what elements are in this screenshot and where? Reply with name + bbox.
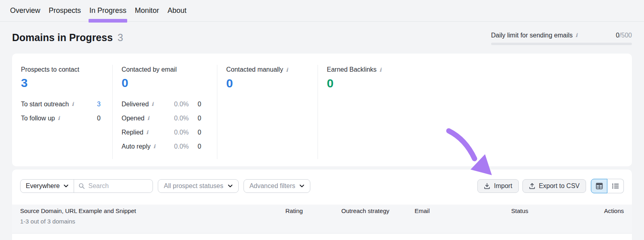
search-scope-dropdown[interactable]: Everywhere <box>21 180 74 192</box>
info-icon[interactable]: i <box>152 100 154 108</box>
table-toolbar: Everywhere All prospect statuses Advance… <box>12 170 632 193</box>
stat-label: Contacted manuallyi <box>226 66 318 74</box>
table-header: Source Domain, URL Example and Snippet R… <box>12 205 632 234</box>
stat-value: 0 <box>122 77 217 89</box>
stat-row-to-start-outreach: To start outreach i 3 <box>21 100 101 108</box>
stat-row-to-follow-up: To follow up i 0 <box>21 114 101 122</box>
stat-row-label: Opened <box>122 114 144 122</box>
daily-limit-value: 0/500 <box>616 31 632 39</box>
tab-label: Monitor <box>135 6 159 15</box>
info-icon[interactable]: i <box>380 66 382 74</box>
stat-label: Prospects to contact <box>21 66 113 73</box>
stat-label: Earned Backlinksi <box>327 66 632 74</box>
stat-contacted-manually: Contacted manuallyi 0 <box>217 54 318 166</box>
info-icon[interactable]: i <box>153 143 155 150</box>
stat-row-label: Delivered <box>122 100 149 108</box>
table-summary: 1-3 out of 3 domains <box>20 218 624 225</box>
search-combo: Everywhere <box>20 179 153 193</box>
column-header-rating: Rating <box>285 207 341 215</box>
stat-row-opened: Opened i 0.0% 0 <box>122 114 201 122</box>
stat-row-value: 0 <box>194 143 201 150</box>
stat-row-auto-reply: Auto reply i 0.0% 0 <box>122 143 201 150</box>
prospect-status-label: All prospect statuses <box>164 182 223 190</box>
list-view-icon <box>612 182 619 190</box>
stats-card: Prospects to contact 3 To start outreach… <box>12 54 632 166</box>
info-icon[interactable]: i <box>286 66 288 74</box>
stat-row-label: To start outreach <box>21 100 69 108</box>
export-csv-label: Export to CSV <box>539 182 580 190</box>
column-header-source-domain: Source Domain, URL Example and Snippet <box>20 207 285 215</box>
stat-row-value: 0 <box>194 128 201 136</box>
page-header: Domains in Progress3 Daily limit for sen… <box>0 22 644 45</box>
stat-row-value: 0 <box>194 114 201 122</box>
info-icon[interactable]: i <box>147 114 149 122</box>
chevron-down-icon <box>228 184 233 188</box>
stat-row-percent: 0.0% <box>170 128 189 136</box>
download-icon <box>484 183 490 189</box>
stat-row-percent: 0.0% <box>170 143 189 150</box>
tab-label: About <box>167 6 186 15</box>
column-header-email: Email <box>415 207 511 215</box>
search-input[interactable] <box>88 182 148 190</box>
stat-contacted-by-email: Contacted by email 0 Delivered i 0.0% 0 … <box>113 54 217 166</box>
daily-limit-progressbar <box>491 43 632 45</box>
stat-row-label: Auto reply <box>122 143 151 150</box>
stat-prospects-to-contact: Prospects to contact 3 To start outreach… <box>12 54 113 166</box>
stat-value: 0 <box>327 77 632 89</box>
view-toggle <box>591 179 624 193</box>
tab-label: Overview <box>10 6 40 15</box>
stat-value: 3 <box>21 77 113 89</box>
tab-prospects[interactable]: Prospects <box>49 0 81 22</box>
domain-count: 3 <box>118 32 123 43</box>
prospect-status-dropdown[interactable]: All prospect statuses <box>158 179 239 193</box>
export-csv-button[interactable]: Export to CSV <box>522 179 586 193</box>
tab-monitor[interactable]: Monitor <box>135 0 159 22</box>
search-icon <box>78 183 85 189</box>
table-view-button[interactable] <box>591 179 607 193</box>
import-label: Import <box>494 182 512 190</box>
tab-in-progress[interactable]: In Progress <box>89 0 126 22</box>
table-view-icon <box>596 182 603 190</box>
page-title: Domains in Progress3 <box>12 31 123 43</box>
info-icon[interactable]: i <box>72 100 74 108</box>
tab-label: In Progress <box>89 6 126 15</box>
advanced-filters-label: Advanced filters <box>250 182 295 190</box>
tab-bar: Overview Prospects In Progress Monitor A… <box>0 0 644 22</box>
stat-label: Contacted by email <box>122 66 217 73</box>
page-title-text: Domains in Progress <box>12 32 113 43</box>
active-tab-underline <box>89 19 127 23</box>
import-button[interactable]: Import <box>477 179 518 193</box>
stat-row-value: 0 <box>194 100 201 108</box>
info-icon[interactable]: i <box>146 128 148 136</box>
advanced-filters-dropdown[interactable]: Advanced filters <box>244 179 311 193</box>
stat-row-label: To follow up <box>21 114 55 122</box>
info-icon[interactable]: i <box>576 31 578 39</box>
upload-icon <box>529 183 535 189</box>
chevron-down-icon <box>299 184 304 188</box>
daily-limit-label: Daily limit for sending emails <box>491 31 573 39</box>
stat-row-percent: 0.0% <box>170 114 189 122</box>
column-header-status: Status <box>511 207 586 215</box>
stat-row-percent: 0.0% <box>170 100 189 108</box>
daily-limit-widget: Daily limit for sending emails i 0/500 <box>491 31 632 45</box>
info-icon[interactable]: i <box>58 114 60 122</box>
domains-table-card: Everywhere All prospect statuses Advance… <box>12 170 632 240</box>
stat-earned-backlinks: Earned Backlinksi 0 <box>318 54 632 166</box>
search-box <box>74 180 153 192</box>
stat-row-replied: Replied i 0.0% 0 <box>122 128 201 136</box>
column-header-outreach-strategy: Outreach strategy <box>341 207 415 215</box>
chevron-down-icon <box>64 184 68 188</box>
list-view-button[interactable] <box>607 179 624 193</box>
stat-row-label: Replied <box>122 128 143 136</box>
tab-overview[interactable]: Overview <box>10 0 40 22</box>
stat-row-value-link[interactable]: 3 <box>93 100 101 108</box>
tab-about[interactable]: About <box>167 0 186 22</box>
stat-row-value: 0 <box>93 114 101 122</box>
column-header-actions: Actions <box>586 207 624 215</box>
stat-row-delivered: Delivered i 0.0% 0 <box>122 100 201 108</box>
search-scope-label: Everywhere <box>26 182 60 190</box>
stat-value: 0 <box>226 77 318 89</box>
tab-label: Prospects <box>49 6 81 15</box>
